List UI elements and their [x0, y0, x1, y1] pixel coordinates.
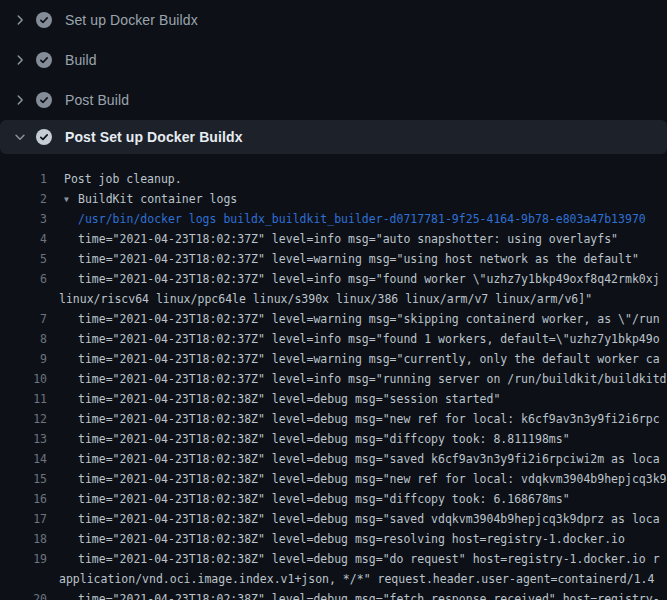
log-line: 9time="2021-04-23T18:02:37Z" level=warni…	[0, 349, 667, 369]
line-text: time="2021-04-23T18:02:38Z" level=debug …	[47, 469, 667, 489]
line-text: time="2021-04-23T18:02:37Z" level=warnin…	[47, 309, 667, 329]
line-number[interactable]: 6	[0, 269, 47, 289]
line-number[interactable]: 9	[0, 349, 47, 369]
line-number	[0, 569, 47, 589]
line-number[interactable]: 1	[0, 169, 47, 189]
line-text: linux/riscv64 linux/ppc64le linux/s390x …	[47, 289, 667, 309]
line-number[interactable]: 18	[0, 529, 47, 549]
line-number[interactable]: 3	[0, 209, 47, 229]
log-line: 19time="2021-04-23T18:02:38Z" level=debu…	[0, 549, 667, 569]
line-text: time="2021-04-23T18:02:38Z" level=debug …	[47, 429, 667, 449]
step-row-post-set-up-docker-buildx[interactable]: Post Set up Docker Buildx	[0, 120, 667, 154]
step-row-set-up-docker-buildx[interactable]: Set up Docker Buildx	[0, 0, 667, 40]
line-text: time="2021-04-23T18:02:37Z" level=warnin…	[47, 349, 667, 369]
line-text: time="2021-04-23T18:02:37Z" level=info m…	[47, 329, 667, 349]
step-label: Post Build	[65, 92, 129, 108]
step-label: Build	[65, 52, 97, 68]
log-line: 10time="2021-04-23T18:02:37Z" level=info…	[0, 369, 667, 389]
line-number[interactable]: 14	[0, 449, 47, 469]
group-title: BuildKit container logs	[78, 192, 237, 206]
log-line: 12time="2021-04-23T18:02:38Z" level=debu…	[0, 409, 667, 429]
line-text: time="2021-04-23T18:02:37Z" level=warnin…	[47, 249, 667, 269]
steps-list: Set up Docker BuildxBuildPost BuildPost …	[0, 0, 667, 154]
line-text: time="2021-04-23T18:02:38Z" level=debug …	[47, 589, 667, 600]
line-text: time="2021-04-23T18:02:38Z" level=debug …	[47, 449, 667, 469]
line-text: time="2021-04-23T18:02:37Z" level=info m…	[47, 369, 667, 389]
line-number[interactable]: 19	[0, 549, 47, 569]
log-line: 14time="2021-04-23T18:02:38Z" level=debu…	[0, 449, 667, 469]
step-row-build[interactable]: Build	[0, 40, 667, 80]
log-line: 13time="2021-04-23T18:02:38Z" level=debu…	[0, 429, 667, 449]
step-label: Set up Docker Buildx	[65, 12, 198, 28]
line-number[interactable]: 20	[0, 589, 47, 600]
line-text: time="2021-04-23T18:02:38Z" level=debug …	[47, 409, 667, 429]
log-line: 2▼BuildKit container logs	[0, 189, 667, 209]
line-number[interactable]: 16	[0, 489, 47, 509]
chevron-right-icon	[12, 52, 28, 68]
log-line: 8time="2021-04-23T18:02:37Z" level=info …	[0, 329, 667, 349]
check-circle-icon	[36, 52, 52, 68]
line-text: time="2021-04-23T18:02:38Z" level=debug …	[47, 529, 667, 549]
line-number[interactable]: 2	[0, 189, 47, 209]
line-number[interactable]: 8	[0, 329, 47, 349]
log-panel: 1Post job cleanup.2▼BuildKit container l…	[0, 154, 667, 600]
line-text: time="2021-04-23T18:02:37Z" level=info m…	[47, 229, 667, 249]
step-label: Post Set up Docker Buildx	[65, 129, 243, 145]
line-number[interactable]: 17	[0, 509, 47, 529]
line-text: application/vnd.oci.image.index.v1+json,…	[47, 569, 667, 589]
line-number[interactable]: 7	[0, 309, 47, 329]
line-number	[0, 289, 47, 309]
line-number[interactable]: 15	[0, 469, 47, 489]
check-circle-icon	[36, 92, 52, 108]
log-line: 7time="2021-04-23T18:02:37Z" level=warni…	[0, 309, 667, 329]
line-text[interactable]: ▼BuildKit container logs	[47, 189, 667, 209]
log-line: 3/usr/bin/docker logs buildx_buildkit_bu…	[0, 209, 667, 229]
chevron-right-icon	[12, 92, 28, 108]
line-text: time="2021-04-23T18:02:38Z" level=debug …	[47, 389, 667, 409]
log-line: 6time="2021-04-23T18:02:37Z" level=info …	[0, 269, 667, 289]
log-line: 16time="2021-04-23T18:02:38Z" level=debu…	[0, 489, 667, 509]
line-text: time="2021-04-23T18:02:38Z" level=debug …	[47, 549, 667, 569]
command-line-text: /usr/bin/docker logs buildx_buildkit_bui…	[47, 209, 667, 229]
line-text: Post job cleanup.	[47, 169, 667, 189]
line-text: time="2021-04-23T18:02:38Z" level=debug …	[47, 489, 667, 509]
log-line: 1Post job cleanup.	[0, 169, 667, 189]
chevron-right-icon	[12, 12, 28, 28]
line-number[interactable]: 4	[0, 229, 47, 249]
check-circle-icon	[36, 129, 52, 145]
log-line: 17time="2021-04-23T18:02:38Z" level=debu…	[0, 509, 667, 529]
chevron-down-icon	[12, 129, 28, 145]
log-line: 11time="2021-04-23T18:02:38Z" level=debu…	[0, 389, 667, 409]
line-text: time="2021-04-23T18:02:37Z" level=info m…	[47, 269, 667, 289]
group-collapse-triangle-icon[interactable]: ▼	[64, 190, 78, 210]
log-line: 4time="2021-04-23T18:02:37Z" level=info …	[0, 229, 667, 249]
line-number[interactable]: 5	[0, 249, 47, 269]
log-line: application/vnd.oci.image.index.v1+json,…	[0, 569, 667, 589]
step-row-post-build[interactable]: Post Build	[0, 80, 667, 120]
log-line: 18time="2021-04-23T18:02:38Z" level=debu…	[0, 529, 667, 549]
line-number[interactable]: 13	[0, 429, 47, 449]
line-number[interactable]: 10	[0, 369, 47, 389]
log-line: 20time="2021-04-23T18:02:38Z" level=debu…	[0, 589, 667, 600]
log-line: 5time="2021-04-23T18:02:37Z" level=warni…	[0, 249, 667, 269]
log-line: linux/riscv64 linux/ppc64le linux/s390x …	[0, 289, 667, 309]
line-number[interactable]: 11	[0, 389, 47, 409]
check-circle-icon	[36, 12, 52, 28]
line-text: time="2021-04-23T18:02:38Z" level=debug …	[47, 509, 667, 529]
line-number[interactable]: 12	[0, 409, 47, 429]
log-line: 15time="2021-04-23T18:02:38Z" level=debu…	[0, 469, 667, 489]
